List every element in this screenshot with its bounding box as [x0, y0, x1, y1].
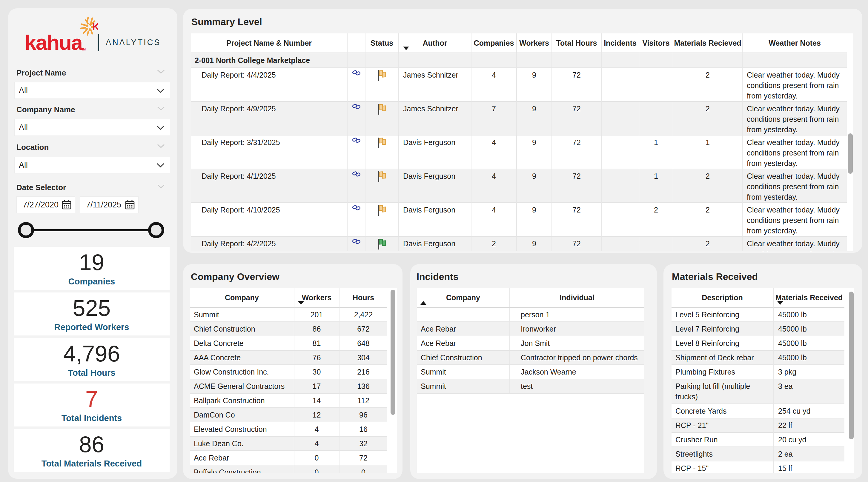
company-overview-cell-company: DamCon Co	[190, 408, 294, 422]
company-overview-panel: Company Overview Company Workers HoursSu…	[183, 264, 403, 479]
incidents-title: Incidents	[416, 271, 458, 282]
summary-group-cell	[743, 53, 847, 68]
materials-cell-description: Concrete Yards	[672, 404, 774, 418]
company-overview-column-header-company[interactable]: Company	[190, 288, 294, 308]
chevron-down-icon[interactable]	[157, 144, 165, 149]
summary-cell-author: Davis Ferguson	[399, 135, 471, 169]
company-overview-cell-hours: 96	[340, 408, 387, 422]
company-overview-cell-hours: 136	[340, 379, 387, 394]
summary-column-header-name[interactable]: Project Name & Number	[191, 33, 347, 53]
incidents-panel: Incidents Company Individualperson 1Ace …	[410, 264, 657, 479]
materials-row: Streetlights2 ea	[672, 447, 854, 461]
summary-group-cell	[471, 53, 517, 68]
materials-row: Crusher Run20 cu yd	[672, 433, 854, 447]
summary-cell-weather: Clear weather today. Muddy conditions pr…	[743, 68, 847, 102]
materials-header-row: Description Materials Received	[672, 288, 854, 308]
summary-header-row: Project Name & Number Status Author Comp…	[191, 33, 854, 53]
materials-row: Parking lot fill (multiple trucks)3 ea	[672, 379, 854, 404]
summary-column-header-companies[interactable]: Companies	[471, 33, 517, 53]
summary-cell-weather: Clear weather today. Muddy conditions pr…	[743, 135, 847, 169]
materials-column-header-description[interactable]: Description	[672, 288, 774, 308]
summary-column-header-materials[interactable]: Materials Recieved	[673, 33, 743, 53]
incidents-column-header-company[interactable]: Company	[417, 288, 510, 308]
report-link-cell[interactable]	[347, 102, 366, 135]
chevron-down-icon[interactable]	[157, 69, 165, 75]
chevron-down-icon	[156, 86, 164, 95]
summary-cell-name[interactable]: Daily Report: 3/31/2025	[191, 135, 347, 169]
summary-cell-incidents	[602, 169, 639, 203]
company-overview-scrollbar[interactable]	[391, 290, 395, 415]
report-link-cell[interactable]	[347, 135, 366, 169]
report-link-cell[interactable]	[347, 169, 366, 203]
kpi-value-companies: 19	[79, 250, 104, 274]
link-icon	[352, 137, 361, 143]
summary-group-label[interactable]: 2-001 North College Marketplace	[191, 53, 347, 68]
project-name-dropdown[interactable]: All	[14, 82, 170, 99]
materials-received-scrollbar[interactable]	[849, 292, 854, 439]
incidents-cell-individual: Jon Smit	[510, 336, 644, 351]
company-overview-row: Delta Concrete81648	[190, 336, 397, 351]
summary-column-header-author[interactable]: Author	[399, 33, 471, 53]
incidents-cell-company: Chief Construction	[417, 351, 510, 365]
company-name-dropdown[interactable]: All	[14, 119, 170, 136]
summary-column-header-incidents[interactable]: Incidents	[602, 33, 639, 53]
materials-cell-description: Level 7 Reinforcing	[672, 322, 774, 336]
summary-cell-workers: 9	[517, 135, 552, 169]
company-overview-cell-company: Buffalo Construction	[190, 465, 294, 473]
report-link-cell[interactable]	[347, 203, 366, 237]
end-date-input[interactable]: 7/11/2025	[80, 196, 138, 213]
company-overview-cell-company: Ace Rebar	[190, 451, 294, 465]
company-overview-row: Ballpark Construction14112	[190, 394, 397, 408]
company-overview-column-header-workers[interactable]: Workers	[294, 288, 340, 308]
materials-row: Concrete Yards254 cu yd	[672, 404, 854, 418]
materials-cell-amount: 254 cu yd	[774, 404, 844, 418]
summary-cell-weather: Clear weather today. Muddy conditions pr…	[743, 169, 847, 203]
chevron-down-icon[interactable]	[157, 184, 165, 190]
summary-cell-name[interactable]: Daily Report: 4/9/2025	[191, 102, 347, 135]
summary-column-header-link[interactable]	[347, 33, 366, 53]
report-link-cell[interactable]	[347, 68, 366, 102]
kpi-label-reported-workers: Reported Workers	[54, 322, 129, 332]
summary-table-scrollbar[interactable]	[848, 133, 853, 174]
location-dropdown[interactable]: All	[14, 157, 170, 173]
date-range-slider-track[interactable]	[26, 229, 156, 231]
report-status-cell	[366, 203, 399, 237]
summary-column-header-weather[interactable]: Weather Notes	[743, 33, 847, 53]
report-link-cell[interactable]	[347, 237, 366, 251]
sort-descending-icon	[403, 46, 409, 50]
summary-cell-workers: 9	[517, 68, 552, 102]
summary-cell-name[interactable]: Daily Report: 4/4/2025	[191, 68, 347, 102]
summary-group-row: 2-001 North College Marketplace	[191, 53, 854, 68]
summary-row: Daily Report: 4/1/2025 Davis Ferguson497…	[191, 169, 854, 203]
summary-cell-companies: 4	[471, 169, 517, 203]
summary-column-header-visitors[interactable]: Visitors	[639, 33, 673, 53]
summary-cell-materials: 2	[673, 237, 743, 251]
start-date-input[interactable]: 7/27/2020	[17, 196, 75, 213]
chevron-down-icon[interactable]	[157, 106, 165, 111]
sort-descending-icon	[777, 301, 783, 305]
summary-cell-name[interactable]: Daily Report: 4/10/2025	[191, 203, 347, 237]
summary-cell-name[interactable]: Daily Report: 4/2/2025	[191, 237, 347, 251]
company-overview-column-header-hours[interactable]: Hours	[340, 288, 387, 308]
materials-cell-amount: 45000 lb	[774, 351, 844, 365]
kpi-card-reported-workers: 525 Reported Workers	[14, 292, 169, 335]
materials-cell-amount: 3 pkg	[774, 365, 844, 379]
summary-cell-total_hours: 72	[552, 169, 602, 203]
date-range-slider-handle-end[interactable]	[148, 222, 164, 238]
summary-column-header-workers[interactable]: Workers	[517, 33, 552, 53]
company-overview-cell-company: Elevated Construction	[190, 422, 294, 437]
materials-column-header-amount[interactable]: Materials Received	[774, 288, 844, 308]
materials-row: Level 8 Reinforcing45000 lb	[672, 336, 854, 351]
summary-cell-visitors: 1	[639, 169, 673, 203]
company-overview-row: ACME General Contractors17136	[190, 379, 397, 394]
summary-column-header-total_hours[interactable]: Total Hours	[552, 33, 602, 53]
kpi-value-total-hours: 4,796	[63, 342, 120, 365]
company-overview-cell-workers: 14	[294, 394, 340, 408]
company-overview-cell-workers: 17	[294, 379, 340, 394]
summary-group-cell	[517, 53, 552, 68]
incidents-column-header-individual[interactable]: Individual	[510, 288, 644, 308]
kpi-label-total-incidents: Total Incidents	[62, 413, 122, 423]
summary-cell-name[interactable]: Daily Report: 4/1/2025	[191, 169, 347, 203]
date-range-slider-handle-start[interactable]	[18, 222, 34, 238]
summary-column-header-status[interactable]: Status	[366, 33, 399, 53]
